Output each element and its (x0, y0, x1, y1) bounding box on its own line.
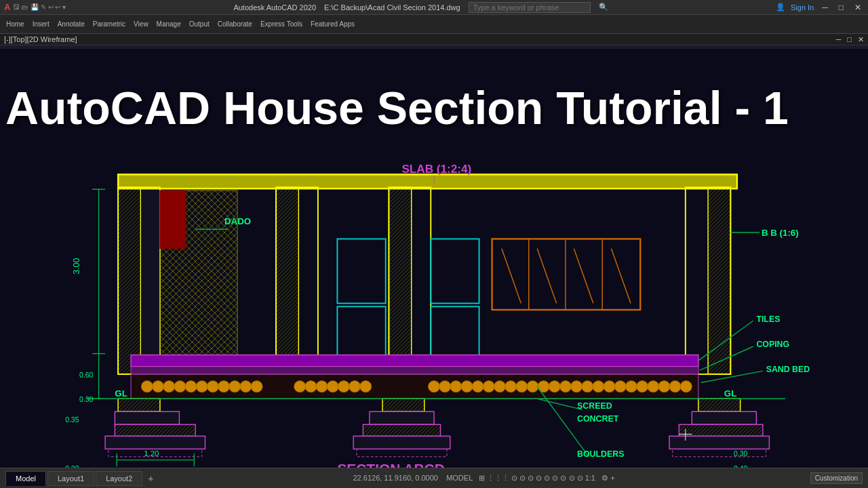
inner-maximize[interactable]: □ (847, 35, 852, 43)
svg-rect-9 (140, 187, 160, 374)
svg-point-68 (604, 381, 615, 392)
status-icons: Customization (810, 472, 863, 484)
svg-rect-76 (118, 399, 160, 411)
titlebar-right: 👤 Sign In ─ □ ✕ (776, 3, 864, 12)
coordinates-display: 22.6126, 11.9160, 0.0000 MODEL ⊞ ⋮⋮⋮ ⊙ ⊙… (353, 474, 615, 483)
svg-rect-11 (276, 187, 298, 374)
svg-point-63 (549, 381, 560, 392)
svg-text:GL: GL (724, 388, 736, 399)
search-icon[interactable]: 🔍 (599, 3, 608, 12)
svg-rect-83 (363, 424, 440, 436)
svg-point-61 (527, 381, 538, 392)
svg-point-38 (185, 381, 197, 392)
svg-point-71 (637, 381, 648, 392)
svg-point-37 (174, 381, 186, 392)
ribbon-collab[interactable]: Collaborate (214, 19, 256, 29)
svg-point-67 (593, 381, 604, 392)
customization-button[interactable]: Customization (810, 472, 863, 484)
svg-point-72 (648, 381, 659, 392)
svg-rect-84 (353, 436, 450, 449)
ribbon-home[interactable]: Home (3, 19, 28, 29)
svg-point-36 (163, 381, 175, 392)
svg-text:CONCRET: CONCRET (577, 414, 619, 424)
app-icon: A (4, 2, 10, 12)
svg-rect-79 (105, 436, 205, 449)
layout2-tab[interactable]: Layout2 (96, 471, 142, 486)
maximize-btn[interactable]: □ (836, 3, 846, 12)
titlebar-left: A 🖫 🗁 💾 ✎ ↩ ↩ ▾ (4, 2, 66, 12)
add-tab-btn[interactable]: + (144, 472, 157, 485)
ribbon-annotate[interactable]: Annotate (54, 19, 88, 29)
svg-point-40 (207, 381, 218, 392)
svg-rect-32 (131, 367, 698, 374)
svg-rect-13 (389, 187, 411, 374)
svg-point-59 (505, 381, 517, 392)
svg-point-57 (483, 381, 494, 392)
svg-rect-18 (160, 190, 186, 249)
svg-point-69 (614, 381, 626, 392)
file-path: E:\C Backup\Acad Civil Secion 2014.dwg (324, 3, 460, 12)
inner-minimize[interactable]: ─ (835, 35, 841, 43)
svg-point-64 (559, 381, 571, 392)
svg-point-41 (218, 381, 229, 392)
svg-point-74 (669, 381, 681, 392)
ribbon-insert[interactable]: Insert (29, 19, 53, 29)
ribbon-view[interactable]: View (130, 19, 152, 29)
svg-point-56 (472, 381, 484, 392)
svg-text:1.20: 1.20 (144, 449, 159, 458)
minimize-btn[interactable]: ─ (819, 3, 831, 12)
svg-point-49 (338, 381, 349, 392)
svg-rect-8 (118, 187, 140, 374)
close-btn[interactable]: ✕ (852, 3, 864, 12)
svg-point-66 (582, 381, 593, 392)
svg-rect-15 (708, 187, 730, 374)
svg-rect-82 (370, 411, 434, 424)
layout-tabs: Model Layout1 Layout2 + (5, 471, 157, 486)
svg-text:SLAB (1:2:4): SLAB (1:2:4) (401, 163, 471, 176)
status-bar: Model Layout1 Layout2 + 22.6126, 11.9160… (0, 468, 868, 488)
svg-rect-86 (698, 399, 741, 411)
svg-point-43 (240, 381, 252, 392)
svg-point-75 (680, 381, 692, 392)
svg-point-73 (658, 381, 670, 392)
svg-rect-87 (692, 411, 756, 424)
svg-rect-81 (382, 399, 425, 411)
model-tab[interactable]: Model (5, 471, 46, 486)
cad-drawing-area[interactable]: AutoCAD House Section Tutorial - 1 (0, 49, 868, 468)
sign-in-btn[interactable]: Sign In (791, 3, 814, 12)
svg-rect-77 (115, 411, 179, 424)
svg-rect-89 (669, 436, 769, 449)
ribbon-featured[interactable]: Featured Apps (307, 19, 358, 29)
ribbon-express[interactable]: Express Tools (257, 19, 306, 29)
ribbon-output[interactable]: Output (186, 19, 213, 29)
svg-text:DADO: DADO (224, 216, 251, 226)
svg-point-45 (294, 381, 306, 392)
ribbon-manage[interactable]: Manage (153, 19, 184, 29)
inner-close[interactable]: ✕ (858, 35, 864, 43)
svg-point-44 (251, 381, 262, 392)
svg-text:0.60: 0.60 (79, 371, 94, 379)
search-input[interactable] (469, 2, 591, 13)
svg-text:GL: GL (115, 388, 127, 399)
svg-point-48 (327, 381, 338, 392)
svg-text:BOULDERS: BOULDERS (577, 449, 624, 459)
viewport-label: [-][Top][2D Wireframe] ─ □ ✕ (0, 34, 868, 45)
quick-access-toolbar: 🖫 🗁 💾 ✎ ↩ ↩ ▾ (13, 3, 66, 11)
svg-rect-31 (131, 355, 698, 367)
svg-point-50 (349, 381, 360, 392)
svg-text:B B (1:6): B B (1:6) (762, 228, 799, 238)
layout1-tab[interactable]: Layout1 (47, 471, 94, 486)
svg-text:TILES: TILES (756, 314, 780, 324)
svg-text:SCREED: SCREED (577, 401, 612, 411)
svg-point-53 (439, 381, 451, 392)
svg-text:0.30: 0.30 (734, 450, 748, 458)
svg-rect-78 (115, 424, 195, 436)
svg-text:0.35: 0.35 (65, 416, 79, 424)
sign-in-icon: 👤 (776, 3, 785, 12)
svg-point-34 (141, 381, 153, 392)
svg-point-35 (153, 381, 164, 392)
ribbon-parametric[interactable]: Parametric (90, 19, 129, 29)
svg-text:SAND BED: SAND BED (766, 365, 810, 374)
cad-svg: GL GL SLAB (1:2:4) DADO B B (1:6) TILES … (0, 49, 868, 468)
svg-text:0.30: 0.30 (79, 396, 94, 403)
